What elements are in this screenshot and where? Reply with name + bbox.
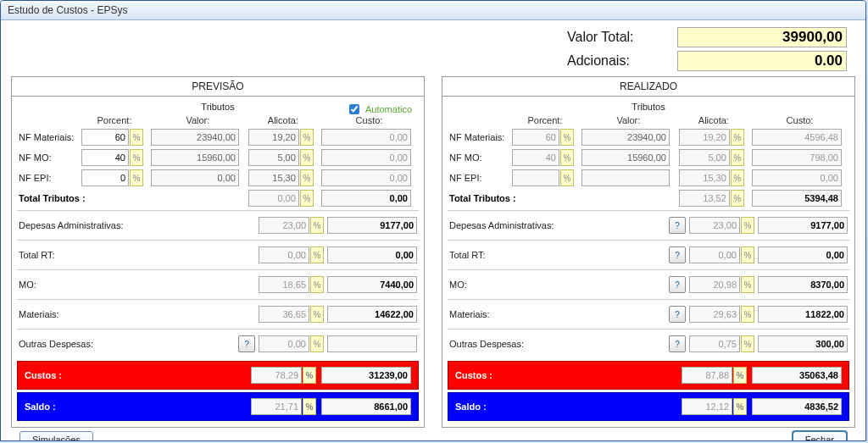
lbl-total-rt-r: Total RT:	[449, 250, 486, 260]
real-materiais-alic	[689, 306, 740, 323]
row-materiais-real: Materiais: ? %	[448, 299, 849, 329]
pct-icon: %	[310, 246, 324, 263]
tributos-realizado-table: Porcent: Valor: Alicota: Custo: NF Mater…	[448, 114, 849, 208]
prev-total-trib-alicota	[248, 190, 299, 207]
lbl-mo-r: MO:	[449, 280, 467, 290]
real-total-rt-custo	[758, 246, 848, 263]
app-window: Estudo de Custos - EPSys Valor Total: Ad…	[0, 0, 866, 441]
real-nf-materiais-alicota	[679, 129, 730, 146]
real-total-rt-alic	[689, 246, 740, 263]
row-total-rt-prev: Total RT: %	[17, 240, 419, 269]
prev-nf-materiais-valor	[151, 129, 239, 146]
header-totals: Valor Total: Adcionais:	[11, 27, 855, 71]
lbl-outras: Outras Despesas:	[19, 339, 93, 349]
pct-icon: %	[130, 129, 143, 146]
real-saldo-alic	[682, 398, 732, 415]
help-button[interactable]: ?	[669, 246, 686, 263]
automatico-label: Automatico	[365, 104, 412, 114]
valor-total-input[interactable]	[677, 27, 847, 47]
help-button[interactable]: ?	[238, 335, 255, 352]
prev-nf-epi-custo	[321, 169, 411, 186]
prev-nf-materiais-custo	[321, 129, 411, 146]
real-nf-mo-alicota	[679, 149, 730, 166]
automatico-checkbox[interactable]	[349, 104, 359, 114]
panel-realizado: REALIZADO Tributos Porcent: Valor: Alico…	[442, 76, 855, 428]
tributos-previsao-table: Porcent: Valor: Alicota: Custo: NF Mater…	[17, 114, 419, 208]
lbl-nf-materiais-r: NF Materiais:	[448, 127, 510, 147]
lbl-saldo: Saldo :	[25, 401, 56, 412]
lbl-total-tributos: Total Tributos :	[17, 188, 247, 208]
row-outras-real: Outras Despesas: ? %	[448, 329, 849, 358]
lbl-saldo-r: Saldo :	[455, 401, 487, 412]
real-custos-alic	[682, 367, 732, 384]
pct-icon: %	[303, 398, 316, 415]
pct-icon: %	[300, 169, 314, 186]
lbl-materiais-r: Materiais:	[449, 309, 490, 319]
prev-nf-mo-porcent[interactable]	[81, 149, 129, 166]
footer: Simulações Fechar	[11, 428, 855, 441]
pct-icon: %	[741, 335, 754, 352]
pct-icon: %	[130, 169, 143, 186]
content-area: Valor Total: Adcionais: PREVISÃO Tributo…	[1, 20, 865, 441]
prev-desp-admin-alic	[259, 217, 309, 234]
help-button[interactable]: ?	[669, 306, 686, 323]
prev-custos-custo	[321, 367, 411, 384]
row-materiais-prev: Materiais: %	[17, 299, 419, 329]
lbl-nf-epi: NF EPI:	[17, 168, 80, 188]
pct-icon: %	[731, 190, 744, 207]
adicionais-input[interactable]	[677, 51, 847, 71]
pct-icon: %	[731, 149, 744, 166]
help-button[interactable]: ?	[669, 276, 686, 293]
lbl-nf-materiais: NF Materiais:	[17, 127, 80, 147]
lbl-nf-mo-r: NF MO:	[448, 147, 510, 168]
real-total-trib-alicota	[679, 190, 730, 207]
real-mo-alic	[689, 276, 740, 293]
simulacoes-button[interactable]: Simulações	[19, 431, 93, 441]
pct-icon: %	[310, 335, 324, 352]
pct-icon: %	[310, 217, 324, 234]
panel-previsao: PREVISÃO Tributos Automatico Porcent:	[11, 76, 425, 428]
pct-icon: %	[300, 149, 314, 166]
prev-materiais-custo	[327, 306, 417, 323]
real-nf-epi-alicota	[679, 169, 730, 186]
pct-icon: %	[741, 246, 754, 263]
prev-nf-materiais-porcent[interactable]	[81, 129, 129, 146]
real-mo-custo	[758, 276, 848, 293]
automatico-checkbox-group: Automatico	[346, 102, 412, 117]
pct-icon: %	[303, 367, 316, 384]
prev-nf-epi-porcent[interactable]	[81, 169, 129, 186]
pct-icon: %	[560, 129, 574, 146]
real-nf-materiais-porcent	[512, 129, 559, 146]
prev-total-rt-alic	[259, 246, 309, 263]
real-nf-epi-custo	[752, 169, 842, 186]
tributos-title-r: Tributos	[448, 100, 849, 114]
real-custos-custo	[752, 367, 842, 384]
prev-materiais-alic	[259, 306, 309, 323]
hd-alicota: Alicota:	[247, 114, 320, 127]
pct-icon: %	[741, 276, 754, 293]
row-total-rt-real: Total RT: ? %	[448, 240, 849, 269]
hd-valor: Valor:	[149, 114, 247, 127]
lbl-outras-r: Outras Despesas:	[449, 339, 524, 349]
hd-valor-r: Valor:	[580, 114, 677, 127]
real-nf-epi-valor	[581, 169, 670, 186]
pct-icon: %	[560, 149, 574, 166]
real-nf-mo-porcent	[512, 149, 559, 166]
tributos-previsao-box: Tributos Automatico Porcent: Valor: Alic…	[17, 100, 419, 208]
row-mo-real: MO: ? %	[448, 269, 849, 299]
prev-mo-custo	[327, 276, 417, 293]
lbl-materiais: Materiais:	[19, 309, 59, 319]
hd-alicota-r: Alicota:	[677, 114, 750, 127]
real-nf-materiais-valor	[581, 129, 670, 146]
pct-icon: %	[300, 190, 314, 207]
real-materiais-custo	[758, 306, 848, 323]
prev-outras-custo	[327, 335, 417, 352]
real-nf-mo-valor	[581, 149, 670, 166]
help-button[interactable]: ?	[669, 335, 686, 352]
real-total-trib-custo	[752, 190, 842, 207]
help-button[interactable]: ?	[669, 217, 686, 234]
fechar-button[interactable]: Fechar	[793, 431, 847, 441]
real-nf-materiais-custo	[752, 129, 842, 146]
lbl-desp-admin-r: Depesas Administrativas:	[449, 220, 554, 230]
pct-icon: %	[560, 169, 574, 186]
